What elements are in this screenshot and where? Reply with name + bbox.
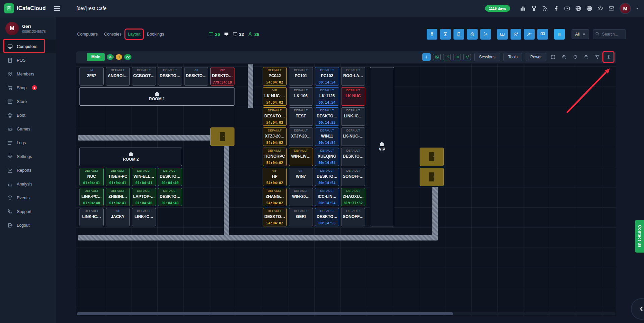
group-filter-select[interactable]: All [572, 29, 589, 39]
search-input[interactable] [593, 29, 626, 39]
sidebar-item-logout[interactable]: Logout [0, 218, 56, 232]
add-zone-button[interactable] [422, 53, 431, 61]
computer-tile[interactable]: DEFAULTDESKTO…00:14:54 [315, 168, 339, 186]
youtube-icon[interactable] [564, 5, 570, 11]
hourglass-button[interactable] [427, 29, 437, 40]
computer-tile[interactable]: DEFAULTHONORPC54:04:02 [263, 148, 287, 166]
computer-tile[interactable]: DEFAULTCCBOOT… [132, 67, 156, 86]
door-tile[interactable] [210, 127, 234, 146]
computer-tile[interactable]: DEFAULTDESKTO…00:14:55 [315, 107, 339, 126]
computer-tile[interactable]: DEFAULTPC101 [289, 67, 313, 86]
computer-tile[interactable]: DEFAULTDESKTO…54:04:03 [263, 107, 287, 126]
tab-layout[interactable]: Layout [126, 30, 142, 38]
view-icon[interactable] [597, 5, 603, 11]
computer-tile[interactable]: DEFAULTGERI [289, 208, 313, 226]
tools-button[interactable]: Tools [503, 53, 522, 61]
rss-icon[interactable] [542, 5, 548, 11]
computer-tile[interactable]: DEFAULTPC10200:14:54 [315, 67, 339, 86]
computer-tile[interactable]: DEFAULTLINK-IC… [341, 107, 365, 126]
license-days-badge[interactable]: 1115 days [485, 5, 510, 12]
pause-button[interactable] [554, 29, 565, 40]
client-monitor-button[interactable] [537, 29, 548, 40]
facebook-icon[interactable] [553, 5, 559, 11]
sync-layout-button[interactable] [443, 54, 451, 60]
computer-tile[interactable]: DEFAULTROG-LA… [341, 67, 365, 86]
tab-consoles[interactable]: Consoles [102, 30, 123, 38]
cash-button[interactable] [497, 29, 508, 40]
computer-tile[interactable]: DEFAULTZHAOXU…819:37:32 [341, 188, 365, 206]
computer-tile[interactable]: DEFAULTXTZJ-20…54:04:02 [263, 127, 287, 146]
computer-tile[interactable]: DEFAULTXUEQING00:14:54 [315, 148, 339, 166]
menu-toggle-button[interactable] [52, 4, 62, 13]
computer-tile[interactable]: DEFAULTLK-112500:14:54 [315, 87, 339, 106]
sidebar-item-shop[interactable]: Shop 1 [0, 81, 56, 95]
visibility-button[interactable] [453, 54, 461, 60]
tab-computers[interactable]: Computers [75, 30, 99, 38]
tab-bookings[interactable]: Bookings [145, 30, 166, 38]
computer-tile[interactable]: DEFAULTLINK-PC…01:04:40 [79, 188, 104, 206]
sidebar-item-logs[interactable]: Logs [0, 136, 56, 150]
room-vip[interactable]: VIP [370, 67, 394, 226]
sidebar-item-store[interactable]: Store [0, 95, 56, 108]
fit-screen-button[interactable] [549, 53, 557, 61]
computer-tile[interactable]: DEFAULTXTJY-20… [289, 127, 313, 146]
computer-tile[interactable]: DEFAULTTIGER-PC01:04:41 [106, 168, 130, 186]
reset-view-button[interactable] [571, 53, 580, 61]
computer-tile[interactable]: AllJACKY [106, 208, 130, 226]
computer-tile[interactable]: DEFAULTLK-NUC-… [341, 127, 365, 146]
sidebar-item-computers[interactable]: Computers [0, 40, 56, 53]
computer-tile[interactable]: DEFAULTDESKTO…00:14:55 [315, 208, 339, 226]
computer-tile[interactable]: DEFAULTLK-106 [289, 87, 313, 106]
computer-tile[interactable]: DEFAULTDESKTO…01:04:40 [158, 168, 182, 186]
computer-tile[interactable]: DEFAULTANDROI… [106, 67, 130, 86]
layout-canvas[interactable]: ROOM 1ROOM 2VIPAll2F87DEFAULTANDROI…DEFA… [76, 64, 616, 316]
computer-tile[interactable]: DEFAULTZHIBINI…01:04:41 [106, 188, 130, 206]
computer-tile[interactable]: DEFAULTDESKTO…01:04:40 [158, 188, 182, 206]
sidebar-item-events[interactable]: Events [0, 191, 56, 205]
computer-tile[interactable]: DEFAULTWIN1100:14:54 [315, 127, 339, 146]
website-icon[interactable] [575, 5, 581, 11]
sidebar-item-games[interactable]: Games [0, 122, 56, 136]
computer-tile[interactable]: DEFAULTWIN-ELL…01:04:41 [132, 168, 156, 186]
door-tile[interactable] [420, 168, 444, 186]
sidebar-item-reports[interactable]: Reports [0, 163, 56, 177]
zone-main-button[interactable]: Main [87, 53, 105, 61]
computer-tile[interactable]: DEFAULTLINK-IC… [79, 208, 104, 226]
computer-tile[interactable]: DEFAULTTEST [289, 107, 313, 126]
computer-tile[interactable]: VIPWIN7 [289, 168, 313, 186]
computer-tile[interactable]: VIPDESKTO…779:34:18 [210, 67, 234, 86]
ranking-icon[interactable] [520, 5, 526, 11]
computer-tile[interactable]: DEFAULTICC-LIN…00:14:54 [315, 188, 339, 206]
background-image-button[interactable] [433, 54, 441, 60]
computer-tile[interactable]: DEFAULTPC04254:04:02 [263, 67, 287, 86]
timer-button[interactable] [467, 29, 478, 40]
sessions-button[interactable]: Sessions [474, 53, 500, 61]
zoom-out-button[interactable] [582, 53, 591, 61]
computer-tile[interactable]: All2F87 [79, 67, 104, 86]
horizontal-scrollbar[interactable] [77, 312, 615, 315]
checkout-button[interactable] [480, 29, 491, 40]
user-avatar[interactable]: M [620, 3, 631, 14]
sidebar-item-members[interactable]: Members [0, 67, 56, 81]
mobile-button[interactable] [453, 29, 464, 40]
sidebar-item-settings[interactable]: Settings [0, 150, 56, 163]
chevron-down-icon[interactable] [636, 8, 639, 9]
computer-tile[interactable]: DEFAULTWIN-20… [289, 188, 313, 206]
computer-tile[interactable]: DEFAULTWIN-LIV… [289, 148, 313, 166]
computer-tile[interactable]: AllDESKTO… [184, 67, 208, 86]
computer-tile[interactable]: DEFAULTDESKTO… [158, 67, 182, 86]
computer-tile[interactable]: DEFAULTDESKTO… [341, 148, 365, 166]
sidebar-item-support[interactable]: Support [0, 205, 56, 218]
computer-tile[interactable]: DEFAULTSONOFF… [341, 208, 365, 226]
publish-button[interactable] [463, 54, 471, 60]
sidebar-item-pos[interactable]: POS [0, 53, 56, 67]
computer-tile[interactable]: VIPHP54:04:02 [263, 168, 287, 186]
mail-icon[interactable] [608, 5, 614, 11]
computer-tile[interactable]: DEFAULTLINK-IC… [132, 208, 156, 226]
computer-tile[interactable]: DEFAULTDESKTO…54:04:02 [263, 208, 287, 226]
console-view-icon[interactable] [224, 32, 229, 37]
scrollbar-thumb[interactable] [77, 312, 453, 315]
computer-tile[interactable]: DEFAULTLAPTOP-…01:04:40 [132, 188, 156, 206]
filter-button[interactable] [593, 53, 602, 61]
door-tile[interactable] [420, 148, 444, 166]
